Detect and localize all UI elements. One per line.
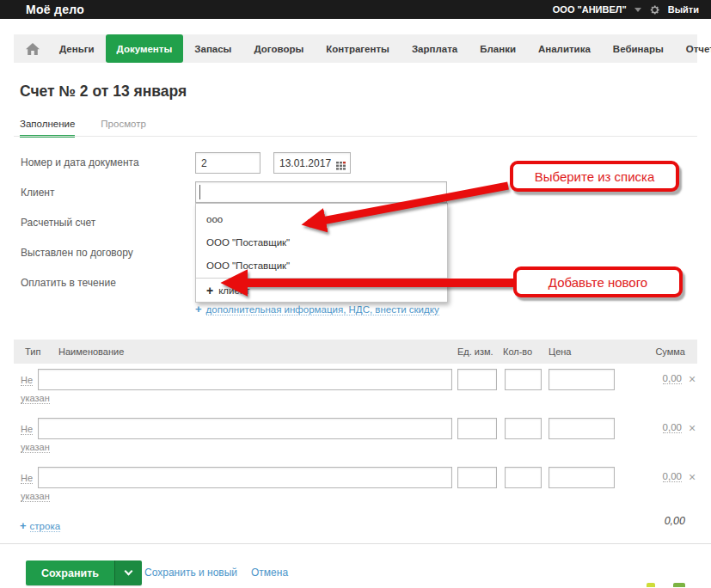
chat-widget-peek[interactable] — [647, 583, 686, 588]
client-label: Клиент — [21, 187, 55, 199]
row-qty-input[interactable] — [505, 369, 542, 390]
nav-item-webinars[interactable]: Вебинары — [602, 34, 675, 63]
save-button[interactable]: Сохранить — [26, 560, 142, 585]
contract-label: Выставлен по договору — [21, 247, 133, 259]
tabs-divider — [14, 136, 697, 137]
nav-item-money[interactable]: Деньги — [48, 34, 106, 63]
save-options-button[interactable] — [114, 560, 142, 585]
extra-info-link[interactable]: +дополнительная информация, НДС, внести … — [195, 303, 439, 315]
col-sum: Сумма — [655, 346, 685, 357]
row-name-input[interactable] — [38, 467, 452, 488]
dropdown-option[interactable]: ООО "Поставщик" — [196, 231, 447, 254]
nav-item-forms[interactable]: Бланки — [469, 34, 527, 63]
chevron-down-icon[interactable] — [634, 8, 641, 12]
save-and-new-link[interactable]: Сохранить и новый — [144, 567, 237, 579]
items-table-header: Тип Наименование Ед. изм. Кол-во Цена Су… — [14, 340, 697, 364]
text-cursor — [199, 185, 200, 199]
tabs: Заполнение Просмотр — [20, 119, 146, 138]
chevron-down-icon — [124, 567, 132, 576]
page-title: Счет № 2 от 13 января — [20, 83, 187, 101]
row-price-input[interactable] — [549, 467, 615, 488]
row-qty-input[interactable] — [505, 467, 542, 488]
row-unit-input[interactable] — [457, 418, 497, 439]
row-name-input[interactable] — [38, 418, 452, 439]
row-sum: 0,00 — [641, 373, 682, 383]
total-sum: 0,00 — [665, 515, 685, 527]
callout-add-new: Добавьте нового — [513, 266, 683, 297]
row-qty-input[interactable] — [505, 418, 542, 439]
account-label: Расчетный счет — [21, 217, 95, 229]
nav-item-documents[interactable]: Документы — [106, 34, 184, 63]
tab-preview[interactable]: Просмотр — [101, 119, 146, 138]
col-price: Цена — [549, 346, 571, 357]
main-nav: Деньги Документы Запасы Договоры Контраг… — [14, 34, 697, 63]
nav-item-counterparties[interactable]: Контрагенты — [315, 34, 401, 63]
plus-icon: + — [195, 303, 202, 315]
dropdown-option[interactable]: ооо — [196, 208, 447, 231]
app-logo: Моё дело — [26, 3, 84, 16]
table-row: Не указан 0,00 × — [14, 418, 697, 467]
nav-item-contracts[interactable]: Договоры — [242, 34, 315, 63]
footer-divider — [0, 543, 711, 544]
number-date-label: Номер и дата документа — [21, 156, 139, 168]
row-sum: 0,00 — [641, 471, 682, 481]
table-row: Не указан 0,00 × — [14, 369, 697, 418]
col-type: Тип — [25, 346, 40, 357]
nav-item-analytics[interactable]: Аналитика — [527, 34, 602, 63]
table-row: Не указан 0,00 × — [14, 467, 697, 516]
row-unit-input[interactable] — [457, 467, 497, 488]
topbar: Моё дело ООО "АНИВЕЛ" Выйти — [0, 0, 711, 19]
col-name: Наименование — [58, 346, 124, 357]
remove-row-icon[interactable]: × — [689, 372, 696, 386]
row-price-input[interactable] — [549, 369, 615, 390]
logout-button[interactable]: Выйти — [668, 4, 699, 15]
client-input[interactable] — [195, 181, 447, 203]
row-price-input[interactable] — [549, 418, 615, 439]
remove-row-icon[interactable]: × — [689, 421, 696, 435]
doc-number-input[interactable] — [195, 152, 260, 174]
row-unit-input[interactable] — [457, 369, 497, 390]
col-qty: Кол-во — [503, 346, 532, 357]
row-sum: 0,00 — [641, 422, 682, 432]
company-selector[interactable]: ООО "АНИВЕЛ" — [553, 4, 627, 15]
calendar-icon[interactable] — [336, 158, 346, 174]
cancel-link[interactable]: Отмена — [251, 567, 288, 579]
plus-icon: + — [206, 284, 213, 297]
add-client-option[interactable]: + клиент — [196, 278, 447, 302]
tab-fill[interactable]: Заполнение — [20, 119, 75, 138]
remove-row-icon[interactable]: × — [689, 470, 696, 484]
row-name-input[interactable] — [38, 369, 452, 390]
col-unit: Ед. изм. — [457, 346, 493, 357]
nav-item-stock[interactable]: Запасы — [183, 34, 242, 63]
add-row-link[interactable]: +строка — [20, 519, 60, 532]
plus-icon: + — [20, 519, 27, 532]
gear-icon[interactable] — [649, 4, 660, 15]
client-dropdown: ооо ООО "Поставщик" ООО "Поставщик" + кл… — [195, 203, 448, 303]
dropdown-option[interactable]: ООО "Поставщик" — [196, 254, 447, 278]
nav-item-salary[interactable]: Зарплата — [401, 34, 469, 63]
payment-label: Оплатить в течение — [21, 277, 116, 289]
callout-select-from-list: Выберите из списка — [510, 161, 679, 192]
home-icon[interactable] — [14, 34, 48, 63]
nav-item-reports[interactable]: Отчеты — [675, 34, 711, 63]
